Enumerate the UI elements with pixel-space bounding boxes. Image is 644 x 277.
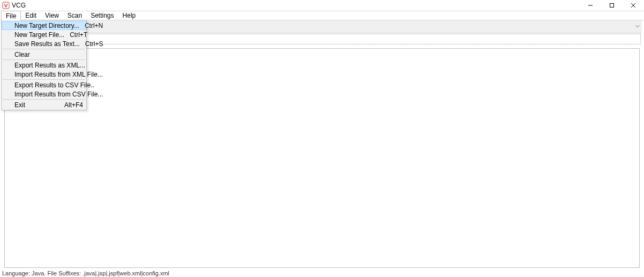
toolbar-dropdown-icon[interactable] — [635, 24, 640, 29]
menu-item-import-csv[interactable]: Import Results from CSV File... — [2, 89, 86, 99]
minimize-button[interactable] — [580, 0, 601, 11]
svg-rect-2 — [610, 4, 614, 8]
close-button[interactable] — [623, 0, 644, 11]
menu-bar: File Edit View Scan Settings Help — [0, 11, 644, 20]
menu-item-label: Export Results as XML... — [14, 62, 85, 69]
menu-item-shortcut: Alt+F4 — [64, 101, 83, 109]
menu-separator — [3, 49, 85, 49]
menu-item-shortcut: Ctrl+S — [85, 40, 103, 48]
menu-separator — [3, 59, 85, 60]
menu-item-label: Exit — [14, 101, 25, 109]
menu-item-label: Export Results to CSV File.. — [14, 81, 94, 89]
app-icon — [2, 2, 10, 9]
menu-item-clear[interactable]: Clear — [2, 50, 86, 59]
window-title: VCG — [12, 2, 26, 9]
menu-help[interactable]: Help — [118, 11, 140, 20]
title-bar: VCG — [0, 0, 644, 11]
menu-item-new-target-directory[interactable]: New Target Directory... Ctrl+N — [2, 21, 86, 30]
menu-item-label: Import Results from CSV File... — [14, 91, 103, 98]
menu-item-exit[interactable]: Exit Alt+F4 — [2, 100, 86, 109]
maximize-button[interactable] — [601, 0, 623, 11]
menu-item-shortcut: Ctrl+T — [70, 31, 87, 39]
menu-item-label: New Target File... — [14, 31, 64, 39]
menu-item-new-target-file[interactable]: New Target File... Ctrl+T — [2, 30, 86, 39]
menu-item-import-xml[interactable]: Import Results from XML File... — [2, 70, 86, 79]
status-bar: Language: Java. File Suffixes: .java|.js… — [0, 270, 644, 277]
menu-separator — [3, 99, 85, 100]
menu-separator — [3, 79, 85, 80]
work-area — [2, 33, 642, 270]
menu-item-shortcut: Ctrl+N — [85, 22, 103, 29]
menu-item-label: New Target Directory... — [14, 22, 79, 29]
menu-item-save-results-as-text[interactable]: Save Results as Text... Ctrl+S — [2, 39, 86, 48]
menu-item-export-csv[interactable]: Export Results to CSV File.. — [2, 80, 86, 89]
menu-view[interactable]: View — [41, 11, 63, 20]
file-menu-dropdown: New Target Directory... Ctrl+N New Targe… — [1, 20, 87, 110]
menu-item-export-xml[interactable]: Export Results as XML... — [2, 61, 86, 70]
menu-scan[interactable]: Scan — [63, 11, 86, 20]
results-panel — [4, 48, 640, 268]
menu-item-label: Import Results from XML File... — [14, 71, 103, 78]
menu-settings[interactable]: Settings — [86, 11, 118, 20]
menu-file[interactable]: File — [1, 11, 21, 20]
menu-edit[interactable]: Edit — [21, 11, 41, 20]
menu-item-label: Clear — [14, 51, 30, 58]
window-controls — [580, 0, 644, 11]
menu-item-label: Save Results as Text... — [14, 40, 80, 48]
